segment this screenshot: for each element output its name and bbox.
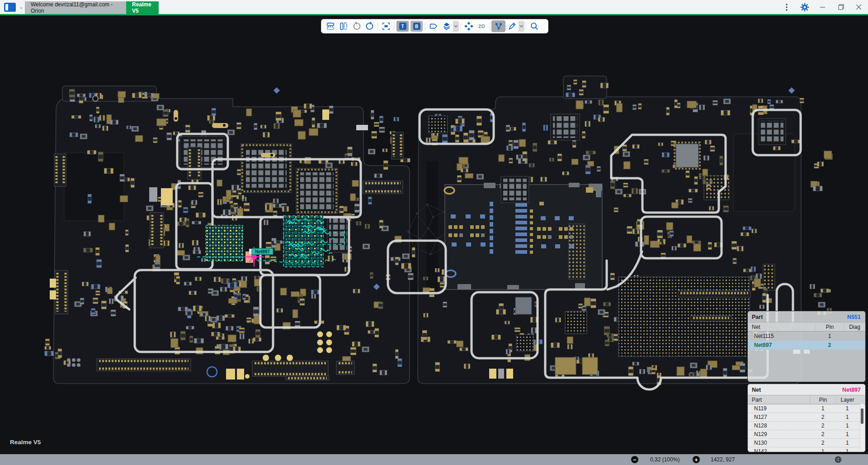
part-panel-title: Part xyxy=(752,314,763,320)
part-net-row[interactable]: Net1115 1 xyxy=(748,332,865,341)
minus-circle-icon: − xyxy=(631,456,638,463)
toolbar-separator xyxy=(460,22,461,30)
plus-circle-icon: + xyxy=(693,456,700,463)
search-button[interactable] xyxy=(528,20,541,32)
orion-window: ⌄ Welcome devrizal11@gmail.com - Orion R… xyxy=(0,0,868,465)
board-title-watermark: Realme V5 xyxy=(10,439,41,446)
rotate-cw-button[interactable] xyxy=(363,20,376,32)
selected-part-id: N551 xyxy=(847,314,861,320)
net-info-panel: Net Net897 Part Pin Layer N119 1 1 N127 … xyxy=(747,384,866,452)
scrollbar-thumb[interactable] xyxy=(861,408,863,424)
tab-realme-v5[interactable]: Realme V5 xyxy=(126,1,159,14)
pcb-render[interactable]: Net897 xyxy=(0,15,868,454)
settings-gear-icon[interactable] xyxy=(796,0,814,14)
bottom-layer-button[interactable]: B xyxy=(410,21,423,32)
top-layer-button[interactable]: T xyxy=(396,21,409,32)
chevron-down-icon[interactable]: ⌄ xyxy=(18,0,25,14)
cursor-coordinates: 1422, 927 xyxy=(711,454,735,465)
main-toolbar: T B xyxy=(321,19,548,33)
toolbar-separator xyxy=(490,22,490,30)
flip-horizontal-button[interactable] xyxy=(324,20,337,32)
app-logo-icon xyxy=(4,3,16,12)
net-part-row[interactable]: N129 2 1 xyxy=(748,430,865,439)
layers-dropdown-caret[interactable] xyxy=(453,21,459,32)
net-trace-button[interactable] xyxy=(491,20,505,32)
toolbar-separator xyxy=(526,22,526,30)
zoom-in-button[interactable]: + xyxy=(693,454,700,465)
kebab-menu-icon[interactable] xyxy=(778,0,796,14)
part-table-header: Net Pin Diag xyxy=(748,322,865,332)
part-info-panel: Part N551 Net Pin Diag Net1115 1 Net897 … xyxy=(747,311,866,382)
app-menu-button[interactable] xyxy=(3,2,17,12)
toolbar-separator xyxy=(377,22,378,30)
net-panel-scrollbar[interactable] xyxy=(860,404,864,450)
zoom-level-text: 0,32 (100%) xyxy=(650,454,679,465)
rotate-ccw-button[interactable] xyxy=(350,20,363,32)
net-part-row[interactable]: N119 1 1 xyxy=(748,404,865,413)
status-bar: − 0,32 (100%) + 1422, 927 xyxy=(0,454,868,465)
toolbar-separator xyxy=(394,22,394,30)
close-button[interactable] xyxy=(850,0,868,14)
minimize-button[interactable] xyxy=(814,0,832,14)
net-part-row[interactable]: N127 2 1 xyxy=(748,413,865,422)
label-tag-button[interactable] xyxy=(427,20,440,32)
net-part-row[interactable]: N128 2 1 xyxy=(748,422,865,430)
zoom-out-button[interactable]: − xyxy=(631,454,638,465)
net-part-row[interactable]: N130 2 1 xyxy=(748,439,865,447)
fit-to-screen-button[interactable] xyxy=(379,20,392,32)
globe-icon[interactable] xyxy=(835,454,842,465)
toolbar-separator xyxy=(425,22,425,30)
board-canvas[interactable]: Net897 Realme V5 xyxy=(0,15,868,454)
net-table-header: Part Pin Layer xyxy=(748,395,865,404)
tab-welcome[interactable]: Welcome devrizal11@gmail.com - Orion xyxy=(25,1,126,14)
selected-net-id: Net897 xyxy=(842,387,861,393)
pen-dropdown-caret[interactable] xyxy=(519,21,524,32)
flip-vertical-button[interactable] xyxy=(337,20,350,32)
window-controls xyxy=(778,0,868,14)
titlebar: ⌄ Welcome devrizal11@gmail.com - Orion R… xyxy=(0,0,868,14)
net-label-tag: Net897 xyxy=(249,248,273,255)
components-diamonds-button[interactable] xyxy=(462,20,475,32)
svg-text:Net897: Net897 xyxy=(255,249,270,254)
maximize-button[interactable] xyxy=(832,0,850,14)
layers-button[interactable] xyxy=(440,20,453,32)
active-tab-accent-line xyxy=(0,14,868,15)
annotate-pen-button[interactable] xyxy=(505,20,519,32)
net-part-row[interactable]: N142 1 1 xyxy=(748,447,865,452)
part-net-row[interactable]: Net897 2 xyxy=(748,341,865,350)
mode-2d-button[interactable]: 2D xyxy=(475,20,488,32)
net-panel-title: Net xyxy=(752,387,761,393)
